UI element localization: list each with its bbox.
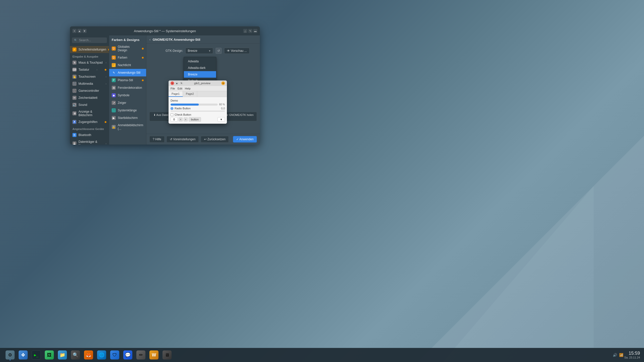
startbildschirm-label: Startbildschirm: [118, 116, 138, 120]
anzeige-label: Anzeige & Bildschirm: [78, 110, 106, 117]
sidebar-item-schnelleinstellungen[interactable]: ⚡ Schnelleinstellungen: [70, 46, 109, 53]
middle-panel-header: Farben & Designs: [109, 35, 146, 43]
sidebar-item-datentraeger[interactable]: 💾 Datenträger & Kameras ›: [70, 139, 109, 145]
sidebar-item-bluetooth[interactable]: B Bluetooth: [70, 131, 109, 139]
sidebar-item-zeichentablett[interactable]: ✏ Zeichentablett: [70, 94, 109, 101]
window-up-button[interactable]: ▲: [77, 29, 82, 33]
more-button[interactable]: ▬: [253, 29, 257, 33]
middle-item-anwendungs-stil[interactable]: ✎ Anwendungs-Stil: [109, 69, 146, 76]
taskbar-app-kde[interactable]: ❖: [17, 349, 29, 361]
window-close-button[interactable]: ×: [72, 29, 76, 33]
middle-item-startbildschirm[interactable]: ▶ Startbildschirm: [109, 114, 146, 122]
sidebar-item-anzeige[interactable]: 🖥 Anzeige & Bildschirm: [70, 108, 109, 118]
taskbar: ⚙ ❖ ▶_ 🖼 📁 🔍 🦊 🌐 🛡 💬 ✏ W 🖥 🔊 📶: [0, 348, 644, 362]
config-button[interactable]: ✎: [248, 29, 252, 33]
pin-button[interactable]: △: [243, 29, 247, 33]
taskbar-app-system-settings[interactable]: ⚙: [4, 349, 16, 361]
sidebar-search-area: 🔍: [70, 35, 109, 45]
taskbar-app-search[interactable]: 🔍: [69, 349, 82, 361]
search-input[interactable]: [79, 38, 105, 42]
anzeige-icon: 🖥: [72, 111, 76, 115]
help-button[interactable]: ? Hilfe: [149, 136, 165, 143]
taskbar-app-terminal[interactable]: ▶_: [30, 349, 42, 361]
gtk-menu-file[interactable]: File: [171, 87, 175, 90]
taskbar-app-photos[interactable]: 🖼: [43, 349, 55, 361]
gtk-tab-page2[interactable]: Page2: [183, 91, 197, 97]
gtk-num-input[interactable]: 0: [171, 117, 178, 122]
firefox-icon: 🦊: [84, 350, 93, 359]
gtk-menu-edit[interactable]: Edit: [178, 87, 182, 90]
nachtlicht-label: Nachtlicht: [118, 63, 131, 67]
gtk-preview-menubar: File Edit Help: [169, 86, 227, 91]
sidebar-item-touchscreen[interactable]: 👆 Touchscreen ›: [70, 73, 109, 80]
sidebar-item-maus-touchpad[interactable]: 🖱 Maus & Touchpad ›: [70, 59, 109, 66]
back-button[interactable]: ‹: [149, 37, 151, 41]
tastatur-chevron-icon: ›: [97, 68, 97, 71]
tray-network-icon[interactable]: 📶: [619, 353, 623, 357]
middle-item-anmeldebildschirm[interactable]: 🔒 Anmeldebildschirm (...: [109, 122, 146, 132]
search-box[interactable]: 🔍: [72, 37, 107, 43]
gtk-preview-titlebar: × ▲ ✎ gtk3_preview ⊙: [169, 80, 227, 86]
tray-sound-icon[interactable]: 🔊: [613, 353, 617, 357]
middle-item-systemklaenge[interactable]: 🎵 Systemklänge: [109, 107, 146, 114]
gtk-scale[interactable]: [171, 111, 225, 112]
middle-item-nachtlicht[interactable]: 🌙 Nachtlicht: [109, 61, 146, 69]
taskbar-app-signal[interactable]: 💬: [122, 349, 134, 361]
gtk-radio-button[interactable]: [171, 107, 173, 110]
window-down-button[interactable]: ▼: [83, 29, 87, 33]
middle-item-symbole[interactable]: ◆ Symbole: [109, 92, 146, 99]
gtk-spin-minus[interactable]: ×: [179, 117, 183, 121]
gtk-pin-button[interactable]: ✎: [180, 81, 183, 85]
middle-item-farben[interactable]: 🎨 Farben: [109, 54, 146, 61]
dropdown-item-adwaita-dark[interactable]: Adwaita-dark: [184, 65, 216, 71]
reset-button[interactable]: ↩ Zurücksetzen: [201, 136, 229, 143]
globales-design-icon: 🎨: [112, 47, 116, 51]
gtk-check-label: Check Button: [175, 113, 191, 116]
touchscreen-chevron-icon: ›: [106, 75, 106, 78]
gtk-tab-page1[interactable]: Page1: [169, 91, 183, 97]
taskbar-app-screen[interactable]: 🖥: [161, 349, 173, 361]
sidebar-item-gamecontroller[interactable]: 🎮 Gamecontroller: [70, 87, 109, 94]
taskbar-app-files[interactable]: 📁: [56, 349, 68, 361]
sound-label: Sound: [78, 103, 87, 107]
plasma-stil-icon: P: [112, 78, 116, 82]
taskbar-app-firefox[interactable]: 🦊: [83, 349, 95, 361]
gtk-close-button[interactable]: ×: [171, 81, 174, 85]
apply-button[interactable]: ✓ Anwenden: [233, 136, 257, 143]
gtk-preview-tabs: Page1 Page2: [169, 91, 227, 97]
taskbar-app-dolphin[interactable]: 🌐: [96, 349, 108, 361]
zeiger-label: Zeiger: [118, 101, 126, 105]
dropdown-item-breeze[interactable]: Breeze: [184, 71, 216, 78]
defaults-button[interactable]: ↺ Voreinstellungen: [167, 136, 199, 143]
clock-date: Sa. 23.11.24: [624, 356, 640, 359]
gtk-gear-button[interactable]: ▲: [175, 81, 179, 85]
signal-icon: 💬: [123, 350, 132, 359]
sidebar-item-zugangshilfen[interactable]: ♿ Zugangshilfen: [70, 118, 109, 125]
clock-area[interactable]: 15:59 Sa. 23.11.24: [624, 351, 640, 359]
sidebar-item-sound[interactable]: 🔊 Sound: [70, 101, 109, 108]
taskbar-app-word[interactable]: W: [148, 349, 160, 361]
gtk-max-button[interactable]: ⊙: [221, 81, 225, 85]
middle-item-plasma-stil[interactable]: P Plasma-Stil: [109, 76, 146, 84]
taskbar-app-shield[interactable]: 🛡: [109, 349, 121, 361]
gamecontroller-label: Gamecontroller: [78, 89, 99, 93]
dropdown-item-adwaita[interactable]: Adwaita: [184, 58, 216, 65]
gtk-spin-plus[interactable]: +: [184, 117, 188, 121]
datentraeger-icon: 💾: [72, 142, 76, 145]
anmeldebildschirm-icon: 🔒: [112, 125, 116, 129]
startbildschirm-icon: ▶: [112, 116, 116, 120]
preview-button[interactable]: 👁 Vorschau ...: [224, 48, 250, 54]
gtk-checkbox[interactable]: [171, 113, 173, 116]
sidebar-item-tastatur[interactable]: ⌨ Tastatur ›: [70, 66, 109, 73]
middle-item-globales-design[interactable]: 🎨 Globales Design: [109, 43, 146, 54]
gtk-dropdown[interactable]: ▼: [218, 117, 225, 122]
sidebar-item-multimedia[interactable]: 🎵 Multimedia ›: [70, 80, 109, 87]
tastatur-label: Tastatur: [78, 68, 89, 71]
middle-item-fensterdekoration[interactable]: ⊞ Fensterdekoration: [109, 84, 146, 92]
refresh-button[interactable]: ↺: [216, 48, 222, 54]
gtk-button[interactable]: button: [189, 117, 201, 122]
middle-item-zeiger[interactable]: ↗ Zeiger: [109, 99, 146, 107]
gtk-menu-help[interactable]: Help: [185, 87, 191, 90]
gtk-design-select[interactable]: Breeze ▼: [185, 48, 213, 54]
taskbar-app-pen[interactable]: ✏: [135, 349, 147, 361]
